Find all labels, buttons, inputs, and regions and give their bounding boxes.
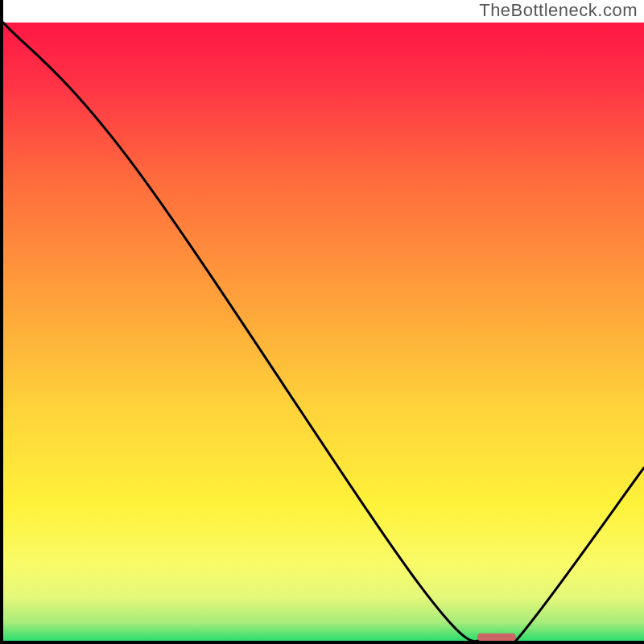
chart-frame: TheBottleneck.com: [0, 0, 644, 644]
watermark-label: TheBottleneck.com: [479, 0, 638, 21]
chart-svg: [0, 0, 644, 644]
plot-area: [3, 23, 644, 641]
config-highlight-marker: [477, 634, 516, 641]
gradient-background: [3, 23, 644, 641]
